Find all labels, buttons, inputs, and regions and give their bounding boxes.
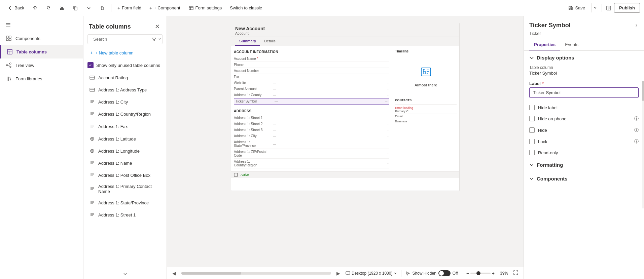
list-item[interactable]: Address 1: Street 1 [83, 209, 167, 221]
tab-events-button[interactable]: Events [560, 39, 583, 50]
svg-rect-6 [9, 39, 11, 41]
show-unused-checkbox-row[interactable]: ✓ Show only unused table columns [83, 60, 167, 72]
info-icon: ⓘ [634, 116, 639, 122]
components-title: Components [537, 176, 568, 182]
zoom-slider[interactable] [470, 273, 491, 274]
scroll-right-button[interactable]: ▶ [335, 270, 342, 277]
publish-page-icon [606, 5, 611, 11]
read-only-row[interactable]: Read-only [524, 147, 644, 158]
zoom-in-button[interactable]: + [492, 271, 495, 276]
list-item[interactable]: Address 1: Post Office Box [83, 169, 167, 181]
switch-classic-button[interactable]: Switch to classic [226, 3, 265, 12]
hide-row[interactable]: Hide ⓘ [524, 124, 644, 136]
tab-properties-button[interactable]: Properties [529, 39, 560, 50]
list-item[interactable]: Account Rating [83, 72, 167, 84]
almost-there-text: Almost there [415, 83, 437, 87]
field-label: Website [234, 81, 271, 85]
save-chevron-button[interactable] [591, 3, 599, 12]
formatting-chevron-icon [529, 163, 534, 167]
sidebar-item-form-libraries[interactable]: Form libraries [0, 72, 83, 85]
form-status-bar: Active [231, 171, 459, 178]
tree-icon [5, 62, 12, 69]
save-dropdown-icon [594, 6, 597, 9]
device-selector-button[interactable]: Desktop (1920 x 1080) [346, 271, 397, 276]
field-dots: ··· [387, 162, 389, 165]
error-loading: Error: loading [395, 106, 457, 110]
formatting-title: Formatting [537, 162, 563, 168]
hide-on-phone-checkbox[interactable] [529, 116, 535, 121]
list-item[interactable]: Address 1: Country/Region [83, 108, 167, 120]
undo-icon [32, 5, 38, 11]
hamburger-button[interactable]: ☰ [0, 19, 83, 32]
new-table-column-button[interactable]: + + New table column [87, 48, 163, 57]
svg-point-8 [6, 65, 8, 66]
ticker-field-value: — [275, 99, 383, 103]
sidebar-item-tree-view[interactable]: Tree view [0, 58, 83, 72]
field-dots: ··· [387, 87, 389, 91]
field-row: Fax — ··· [234, 74, 389, 80]
zoom-out-button[interactable]: − [466, 271, 469, 276]
fit-to-window-button[interactable] [512, 270, 520, 277]
cut-icon [59, 5, 65, 11]
lock-row[interactable]: Lock ⓘ [524, 136, 644, 147]
components-collapse[interactable]: Components [524, 172, 644, 186]
undo-button[interactable] [29, 3, 41, 13]
right-panel-forward-button[interactable]: › [634, 21, 639, 30]
copy-button[interactable] [69, 3, 81, 13]
form-field-button[interactable]: + Form field [114, 3, 145, 13]
label-field-label-row: Label * [529, 81, 639, 86]
read-only-checkbox[interactable] [529, 150, 535, 155]
form-settings-button[interactable]: Form settings [185, 3, 225, 13]
scroll-left-button[interactable]: ◀ [171, 270, 177, 277]
display-options-collapse[interactable]: Display options [524, 51, 644, 65]
text-icon [89, 123, 96, 130]
timeline-label: Timeline [395, 49, 457, 55]
hide-checkbox[interactable] [529, 127, 535, 133]
save-button[interactable]: Save [563, 3, 590, 13]
lock-checkbox[interactable] [529, 139, 535, 144]
list-item[interactable]: Address 1: State/Province [83, 197, 167, 209]
globe-icon [89, 148, 96, 154]
svg-rect-12 [90, 76, 95, 79]
tab-details[interactable]: Details [260, 37, 280, 46]
component-button[interactable]: + + Component [146, 3, 184, 13]
list-item[interactable]: Address 1: Fax ··· [83, 120, 167, 133]
cut-button[interactable] [56, 3, 68, 13]
plus-icon: + [117, 5, 120, 11]
sidebar-item-components[interactable]: Components [0, 32, 83, 45]
field-value: — [273, 63, 385, 67]
tab-summary[interactable]: Summary [235, 37, 260, 46]
more-dropdown-button[interactable] [83, 3, 95, 13]
hide-on-phone-row[interactable]: Hide on phone ⓘ [524, 113, 644, 124]
redo-button[interactable] [42, 3, 55, 13]
right-panel-title-row: Ticker Symbol › [529, 21, 639, 30]
list-item[interactable]: Address 1: Primary Contact Name [83, 181, 167, 197]
label-input[interactable] [529, 87, 639, 98]
show-unused-checkbox[interactable]: ✓ [87, 62, 94, 68]
hide-label-checkbox[interactable] [529, 105, 535, 110]
horizontal-scrollbar[interactable] [181, 272, 331, 275]
list-item[interactable]: Address 1: Name [83, 157, 167, 169]
delete-button[interactable] [96, 3, 108, 13]
list-item[interactable]: Address 1: Address Type [83, 84, 167, 96]
show-hidden-toggle[interactable] [438, 270, 451, 276]
hide-text: Hide [538, 128, 631, 133]
list-item[interactable]: Address 1: City [83, 96, 167, 108]
show-unused-label: Show only unused table columns [96, 63, 160, 68]
list-item[interactable]: Address 1: Longitude [83, 145, 167, 157]
components-nav-label: Components [15, 36, 40, 41]
form-field-label: Form field [122, 5, 141, 10]
search-input[interactable] [93, 37, 150, 42]
form-entity: Account [235, 31, 455, 35]
back-label: Back [14, 5, 24, 10]
field-row: Account Name * — ··· [234, 56, 389, 62]
status-label: Active [241, 173, 249, 176]
publish-button[interactable]: Publish [614, 3, 640, 13]
sidebar-item-table-columns[interactable]: Table columns [0, 45, 83, 58]
back-button[interactable]: Back [4, 3, 28, 13]
hide-label-row[interactable]: Hide label [524, 102, 644, 113]
panel-close-button[interactable]: ✕ [153, 22, 161, 32]
field-value: — [273, 93, 385, 97]
list-item[interactable]: Address 1: Latitude [83, 133, 167, 145]
formatting-collapse[interactable]: Formatting [524, 158, 644, 172]
